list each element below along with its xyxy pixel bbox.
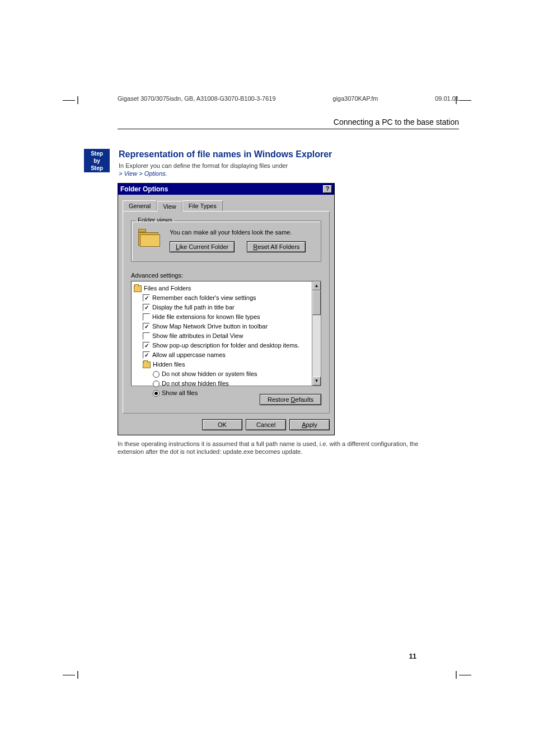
page-content: Gigaset 3070/3075isdn, GB, A31008-G3070-… bbox=[118, 95, 459, 456]
opt-showall: Show all files bbox=[162, 388, 198, 398]
intro-before: In Explorer you can define the format fo… bbox=[119, 162, 288, 169]
dialog-titlebar: Folder Options ? bbox=[118, 184, 334, 195]
header-left: Gigaset 3070/3075isdn, GB, A31008-G3070-… bbox=[118, 95, 276, 102]
crop-mark bbox=[63, 100, 75, 101]
main-heading: Representation of file names in Windows … bbox=[119, 149, 459, 159]
crop-mark bbox=[459, 675, 471, 675]
scrollbar[interactable]: ▲ ▼ bbox=[312, 281, 321, 386]
scroll-up-icon[interactable]: ▲ bbox=[312, 281, 321, 290]
folder-views-text: You can make all your folders look the s… bbox=[170, 229, 314, 236]
page-number: 11 bbox=[409, 652, 416, 660]
opt-fullpath: Display the full path in title bar bbox=[152, 303, 235, 312]
checkbox-icon[interactable] bbox=[143, 313, 150, 321]
folder-icon bbox=[143, 361, 151, 368]
apply-button[interactable]: Apply bbox=[289, 419, 330, 430]
folder-icon bbox=[134, 285, 142, 292]
scroll-thumb[interactable] bbox=[312, 290, 321, 315]
tree-root: Files and Folders bbox=[144, 284, 191, 293]
header-right: 09.01.01 bbox=[435, 95, 459, 102]
opt-fileattr: Show file attributes in Detail View bbox=[152, 331, 243, 341]
opt-nohidsys: Do not show hidden or system files bbox=[162, 369, 257, 379]
opt-popup: Show pop-up description for folder and d… bbox=[152, 341, 299, 350]
intro-text: In Explorer you can define the format fo… bbox=[119, 162, 459, 177]
checkbox-icon[interactable]: ✓ bbox=[143, 294, 150, 302]
checkbox-icon[interactable]: ✓ bbox=[143, 351, 150, 359]
crop-mark bbox=[459, 100, 471, 101]
tab-panel-view: Folder views You can make all your folde… bbox=[123, 211, 330, 414]
crop-tick bbox=[77, 96, 78, 104]
like-current-folder-button[interactable]: Like Current Folder bbox=[170, 241, 235, 252]
folder-options-dialog: Folder Options ? General View File Types… bbox=[118, 183, 335, 435]
dialog-button-row: OK Cancel Apply bbox=[123, 419, 330, 430]
checkbox-icon[interactable]: ✓ bbox=[143, 304, 150, 311]
folder-icon bbox=[138, 229, 161, 247]
scroll-down-icon[interactable]: ▼ bbox=[312, 377, 321, 386]
reset-all-folders-button[interactable]: Reset All Folders bbox=[247, 241, 306, 252]
tab-general[interactable]: General bbox=[123, 200, 157, 212]
opt-nohidden: Do not show hidden files bbox=[162, 379, 229, 388]
scroll-track[interactable] bbox=[312, 290, 321, 377]
running-header: Gigaset 3070/3075isdn, GB, A31008-G3070-… bbox=[118, 95, 459, 102]
list-content: Files and Folders ✓Remember each folder'… bbox=[132, 281, 312, 386]
titlebar-buttons: ? bbox=[323, 185, 332, 193]
crop-tick bbox=[77, 671, 78, 679]
radio-icon[interactable] bbox=[153, 381, 160, 387]
help-button[interactable]: ? bbox=[323, 185, 332, 193]
tab-file-types-label: File Types bbox=[189, 203, 217, 209]
menu-path: > View > Options. bbox=[119, 170, 167, 177]
step-by-step-badge: Step by Step bbox=[84, 149, 110, 172]
outro-text: In these operating instructions it is as… bbox=[118, 440, 459, 456]
section-title: Connecting a PC to the base station bbox=[118, 118, 459, 129]
tree-hidden: Hidden files bbox=[153, 360, 185, 369]
cancel-button[interactable]: Cancel bbox=[246, 419, 286, 430]
badge-line2: by bbox=[93, 158, 100, 164]
folder-views-group: Folder views You can make all your folde… bbox=[131, 220, 321, 262]
dialog-title: Folder Options bbox=[120, 185, 168, 193]
opt-mapdrive: Show Map Network Drive button in toolbar bbox=[152, 322, 268, 331]
crop-mark bbox=[63, 675, 75, 675]
checkbox-icon[interactable]: ✓ bbox=[143, 342, 150, 349]
opt-uppercase: Allow all uppercase names bbox=[152, 350, 226, 360]
crop-tick bbox=[456, 671, 457, 679]
tab-file-types[interactable]: File Types bbox=[182, 200, 223, 212]
checkbox-icon[interactable]: ✓ bbox=[143, 323, 150, 330]
dialog-body: General View File Types Folder views You bbox=[118, 195, 334, 435]
opt-remember: Remember each folder's view settings bbox=[152, 293, 256, 303]
tab-view[interactable]: View bbox=[157, 201, 182, 212]
ok-button[interactable]: OK bbox=[202, 419, 242, 430]
group-label: Folder views bbox=[136, 217, 174, 223]
header-mid: giga3070KAP.fm bbox=[332, 95, 378, 102]
advanced-settings-list[interactable]: Files and Folders ✓Remember each folder'… bbox=[131, 281, 321, 386]
opt-hideext: Hide file extensions for known file type… bbox=[152, 312, 260, 322]
radio-icon[interactable] bbox=[153, 390, 160, 397]
advanced-settings-label: Advanced settings: bbox=[131, 272, 321, 279]
tab-strip: General View File Types bbox=[123, 200, 330, 212]
badge-line3: Step bbox=[91, 165, 103, 171]
checkbox-icon[interactable] bbox=[143, 332, 150, 340]
radio-icon[interactable] bbox=[153, 371, 160, 378]
badge-line1: Step bbox=[91, 151, 103, 157]
